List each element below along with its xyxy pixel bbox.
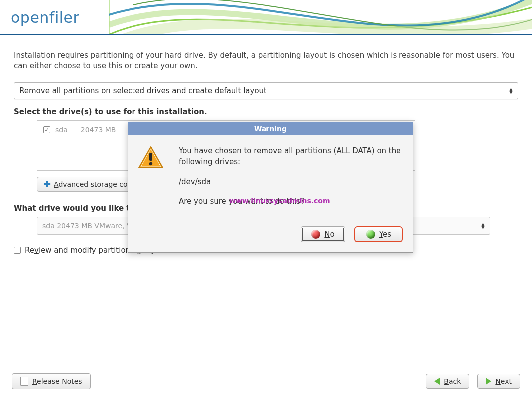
back-label: Back <box>444 377 461 385</box>
dialog-text: You have chosen to remove all partitions… <box>179 146 403 216</box>
warning-icon <box>138 146 168 216</box>
dialog-title: Warning <box>128 122 413 135</box>
decorative-swoosh <box>109 0 532 34</box>
warning-dialog: Warning You have chosen to remove all pa… <box>128 122 413 253</box>
drives-label: Select the drive(s) to use for this inst… <box>14 107 518 116</box>
drive-size: 20473 MB <box>81 126 116 133</box>
release-label: Release Notes <box>32 377 82 385</box>
next-button[interactable]: Next <box>477 374 520 389</box>
arrow-right-icon <box>486 378 491 385</box>
dropdown-selected: Remove all partitions on selected drives… <box>19 86 266 95</box>
partitioning-mode-dropdown[interactable]: Remove all partitions on selected drives… <box>14 82 518 99</box>
svg-rect-0 <box>149 153 152 161</box>
dropdown-arrows-icon: ▲▼ <box>509 88 513 94</box>
dialog-line1: You have chosen to remove all partitions… <box>179 146 403 168</box>
header: openfiler <box>0 0 532 34</box>
drive-checkbox[interactable]: ✓ <box>43 126 50 133</box>
document-icon <box>20 377 28 386</box>
arrow-left-icon <box>434 378 440 385</box>
yes-label: Yes <box>379 230 391 239</box>
dialog-no-button[interactable]: No <box>301 226 345 242</box>
release-notes-button[interactable]: Release Notes <box>12 373 91 389</box>
footer: Release Notes Back Next <box>0 363 532 399</box>
dialog-yes-button[interactable]: Yes <box>354 226 403 242</box>
next-label: Next <box>495 377 512 385</box>
watermark: www.linuxsysadmins.com <box>229 197 330 205</box>
review-checkbox[interactable] <box>14 247 21 254</box>
intro-text: Installation requires partitioning of yo… <box>14 50 518 71</box>
dialog-device: /dev/sda <box>179 177 403 188</box>
plus-icon: ✚ <box>43 181 51 188</box>
dropdown-arrows-icon: ▲▼ <box>481 223 485 229</box>
back-button[interactable]: Back <box>426 374 469 389</box>
red-ball-icon <box>311 230 320 239</box>
drive-name: sda <box>55 126 68 133</box>
green-ball-icon <box>366 230 375 239</box>
installer-window: openfiler Installation requires partitio… <box>0 0 532 399</box>
no-label: No <box>324 230 334 239</box>
svg-point-1 <box>149 162 152 165</box>
logo: openfiler <box>11 9 79 26</box>
